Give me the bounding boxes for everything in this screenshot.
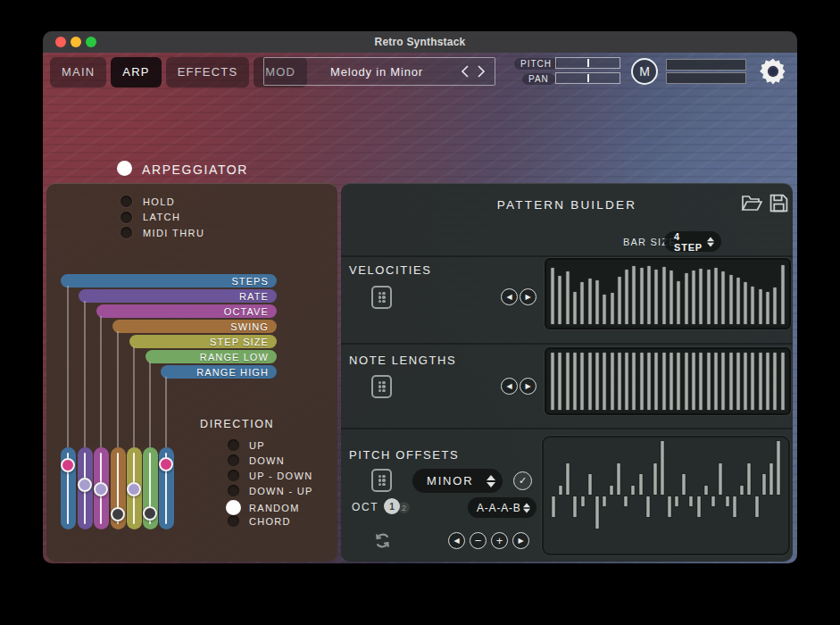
pan-slider-handle[interactable] [587, 74, 589, 82]
velocity-step-7[interactable] [595, 279, 600, 325]
velocity-step-23[interactable] [713, 267, 719, 325]
note-length-step-5[interactable] [579, 352, 585, 411]
pitch-step-18[interactable] [674, 496, 679, 507]
pitch-increment-button[interactable]: + [491, 532, 508, 549]
note-length-step-20[interactable] [691, 352, 696, 411]
velocity-step-26[interactable] [736, 277, 741, 325]
note-length-step-1[interactable] [550, 352, 555, 411]
pitch-shift-left-button[interactable]: ◀ [448, 532, 465, 549]
param-slider-knob-swing[interactable] [111, 507, 125, 521]
velocity-step-25[interactable] [728, 274, 734, 325]
velocity-step-29[interactable] [758, 288, 763, 325]
pitch-offsets-step-editor[interactable] [542, 436, 790, 555]
note-length-step-16[interactable] [661, 352, 667, 411]
preset-next-button[interactable] [473, 62, 489, 81]
velocities-shift-left-button[interactable]: ◀ [501, 288, 518, 305]
note-length-step-8[interactable] [602, 352, 607, 411]
stepper-arrows-icon[interactable] [523, 503, 530, 512]
minimize-button[interactable] [71, 37, 81, 47]
param-bar-swing[interactable]: SWING [112, 320, 277, 333]
pitch-step-14[interactable] [645, 496, 651, 518]
toggle-midi-thru[interactable]: MIDI THRU [121, 227, 204, 238]
pitch-step-8[interactable] [602, 496, 607, 507]
direction-option-up[interactable]: UP [228, 439, 265, 451]
direction-option-down[interactable]: DOWN [228, 454, 285, 466]
param-bar-range-low[interactable]: RANGE LOW [146, 350, 277, 363]
velocity-step-12[interactable] [631, 265, 636, 325]
radio[interactable] [228, 485, 239, 496]
note-length-step-2[interactable] [557, 352, 562, 411]
note-length-step-29[interactable] [758, 352, 763, 411]
pitch-step-31[interactable] [769, 462, 774, 496]
pitch-step-22[interactable] [703, 485, 709, 496]
toggle-hold[interactable]: HOLD [121, 196, 175, 207]
save-pattern-button[interactable] [769, 194, 788, 212]
velocity-step-3[interactable] [565, 271, 570, 325]
note-length-step-25[interactable] [728, 352, 734, 411]
pitch-step-4[interactable] [572, 496, 578, 518]
stepper-arrows-icon[interactable] [707, 237, 714, 246]
pitch-step-17[interactable] [667, 496, 672, 518]
note-length-step-30[interactable] [765, 352, 770, 411]
pitch-step-6[interactable] [587, 473, 593, 496]
note-length-step-24[interactable] [720, 352, 726, 411]
note-length-step-4[interactable] [572, 352, 578, 411]
velocity-step-4[interactable] [572, 291, 578, 326]
radio[interactable] [228, 470, 239, 481]
pitch-shift-right-button[interactable]: ▶ [512, 532, 529, 549]
velocity-step-6[interactable] [587, 278, 593, 325]
zoom-button[interactable] [86, 37, 96, 47]
toggle-circle[interactable] [121, 227, 132, 238]
radio-selected[interactable] [226, 500, 241, 515]
direction-option-chord[interactable]: CHORD [228, 515, 291, 527]
pitch-decrement-button[interactable]: − [470, 532, 487, 549]
velocity-step-19[interactable] [684, 272, 689, 325]
mute-button[interactable]: M [631, 58, 658, 85]
velocity-step-10[interactable] [617, 276, 622, 325]
pitch-slider[interactable] [555, 57, 620, 69]
pitch-step-7[interactable] [595, 496, 600, 529]
note-length-step-7[interactable] [595, 352, 600, 411]
pitch-step-5[interactable] [580, 496, 586, 507]
velocity-step-32[interactable] [780, 264, 786, 325]
velocities-random-dice-icon[interactable] [371, 286, 392, 309]
param-bar-rate[interactable]: RATE [79, 289, 277, 303]
pitch-step-1[interactable] [551, 496, 556, 518]
pitch-step-32[interactable] [776, 440, 781, 496]
pitch-step-19[interactable] [681, 473, 686, 496]
note-length-step-15[interactable] [653, 352, 659, 411]
pitch-offsets-random-dice-icon[interactable] [371, 469, 392, 492]
note-length-step-18[interactable] [676, 352, 681, 411]
param-bar-step-size[interactable]: STEP SIZE [129, 335, 277, 348]
note-length-step-9[interactable] [610, 352, 615, 411]
velocity-step-16[interactable] [661, 266, 667, 326]
note-length-step-32[interactable] [780, 352, 786, 411]
tab-main[interactable]: MAIN [50, 57, 106, 88]
note-length-step-14[interactable] [646, 352, 652, 411]
pitch-step-16[interactable] [660, 440, 665, 496]
note-length-step-28[interactable] [750, 352, 755, 411]
tab-arp[interactable]: ARP [111, 57, 161, 88]
note-length-step-17[interactable] [669, 352, 674, 411]
pitch-step-10[interactable] [616, 462, 621, 496]
bar-size-stepper[interactable]: 4 STEP [664, 231, 721, 252]
scale-select[interactable]: MINOR [412, 469, 503, 493]
param-bar-octave[interactable]: OCTAVE [96, 304, 277, 318]
note-lengths-shift-right-button[interactable]: ▶ [520, 378, 536, 395]
pitch-step-9[interactable] [609, 485, 614, 496]
velocity-step-22[interactable] [706, 269, 711, 325]
phrase-select[interactable]: A-A-A-B [468, 497, 536, 518]
note-lengths-step-editor[interactable] [545, 347, 791, 415]
velocity-step-15[interactable] [653, 269, 659, 325]
toggle-circle[interactable] [121, 196, 132, 207]
oct-button-2[interactable]: 2 [398, 502, 410, 513]
note-length-step-11[interactable] [624, 352, 629, 411]
note-length-step-12[interactable] [631, 352, 636, 411]
pitch-step-27[interactable] [739, 485, 744, 496]
note-length-step-27[interactable] [743, 352, 748, 411]
pitch-step-20[interactable] [688, 496, 694, 507]
pitch-step-28[interactable] [746, 462, 752, 496]
pitch-step-25[interactable] [725, 496, 730, 507]
velocity-step-17[interactable] [669, 270, 674, 325]
preset-selector[interactable]: Melody in Minor [263, 57, 495, 86]
